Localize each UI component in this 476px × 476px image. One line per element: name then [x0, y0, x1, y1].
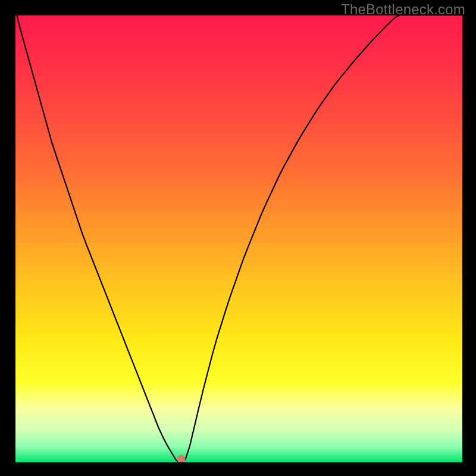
plot-area	[15, 15, 462, 462]
chart-frame: TheBottleneck.com	[0, 0, 476, 476]
chart-svg	[15, 15, 462, 462]
gradient-background	[15, 15, 462, 462]
